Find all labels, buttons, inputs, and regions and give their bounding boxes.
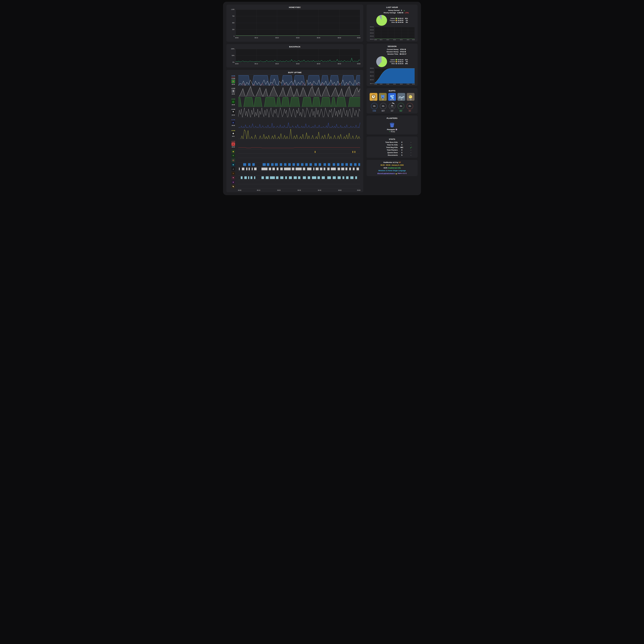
buff-x-axis: 08:0008:1008:2008:3008:4008:5009:00 xyxy=(238,189,360,191)
buff-label-lovebug: ♥ xyxy=(228,176,238,180)
buff-tile-count: x0 xyxy=(397,99,405,101)
buff-tiles: x1x0x6.00x0x0 xyxy=(368,93,416,101)
stat-label: Hourly Average xyxy=(376,12,396,14)
buff-multipliers: x5.486 xyxy=(231,109,235,110)
flower-icon: * xyxy=(231,154,235,158)
stat-label: Session Honey xyxy=(378,51,399,53)
icon-glyph: ● xyxy=(233,172,234,174)
buff-chart-haste xyxy=(238,86,360,97)
legend-percent: 0% xyxy=(404,61,408,62)
uptime-bar xyxy=(346,176,349,179)
stat-value: 681 xyxy=(398,146,406,148)
gauge-value: 3%(+25%) xyxy=(389,103,396,110)
backpack-panel: BACKPACK 100%50%0% 08:0008:1008:2008:300… xyxy=(226,44,363,67)
uptime-bar xyxy=(331,168,336,170)
melody-icon: ♪ xyxy=(231,167,235,171)
buff-row-morph: x9.260x0.137x0.596+x0-10 xyxy=(228,75,360,86)
bee-icon xyxy=(395,173,397,174)
y-tick-label: 50% xyxy=(232,55,234,56)
buff-tile-bubbles: x6.00 xyxy=(388,93,396,101)
stat-label: Quests Done xyxy=(368,152,398,154)
x-tick-label: 08:50 xyxy=(338,63,341,65)
buff-row-honeycomb: ◆ xyxy=(228,149,360,154)
uptime-bar xyxy=(355,151,355,153)
uptime-bar xyxy=(320,168,322,170)
stat-value: 5 xyxy=(398,154,406,156)
last-hour-panel: LAST HOUR Honey Earned0▲Hourly Average6.… xyxy=(367,5,418,42)
buff-label-honeycomb: ◆ xyxy=(228,149,238,154)
legend-time: 00:05:10 xyxy=(398,61,403,62)
x-tick-label: 23:00 xyxy=(380,84,382,85)
x-tick-label: 08:30 xyxy=(298,189,301,191)
buff-multiplier: x6.818 xyxy=(231,98,235,100)
last-hour-y-axis: 579.0 B579.0 B579.0 B579.0 B579.0 B xyxy=(368,27,374,39)
honey-chart-body: 1,0007505002500 xyxy=(228,9,361,36)
last-hour-stats: Honey Earned0▲Hourly Average6.653 B(-2%) xyxy=(368,9,416,14)
legend-name: Convert xyxy=(389,20,395,21)
x-tick-label: 08:30 xyxy=(393,39,396,40)
buff-chart-snowstorm xyxy=(238,162,360,167)
uptime-bar xyxy=(314,163,317,166)
session-title: SESSION xyxy=(368,45,416,47)
legend-time: 00:55:22 xyxy=(398,18,403,19)
uptime-bar xyxy=(308,176,310,179)
buff-multipliers: x0.152 xyxy=(231,130,235,131)
icon-glyph: ■ xyxy=(233,143,234,145)
buff-chart-balloon xyxy=(238,117,360,128)
stat-label: Current Honey xyxy=(378,48,399,50)
stat-value: 0 xyxy=(398,141,406,143)
y-tick-label: 579.0 B xyxy=(370,39,374,40)
charts-column: HONEY/SEC 1,0007505002500 08:0008:1008:2… xyxy=(226,5,363,192)
buff-uptime-panel: BUFF UPTIME x9.260x0.137x0.596+x0-10x3.4… xyxy=(226,70,363,192)
uptime-bar xyxy=(241,176,243,179)
stat-trend: – xyxy=(406,144,416,146)
buff-label-festive: ◎ xyxy=(228,158,238,162)
legend-swatch xyxy=(396,18,397,19)
honey-per-sec-panel: HONEY/SEC 1,0007505002500 08:0008:1008:2… xyxy=(226,5,363,42)
icon-glyph: ★ xyxy=(232,132,234,135)
uptime-bar xyxy=(269,168,271,170)
uptime-bar xyxy=(333,176,336,179)
gauge-percent: 3% xyxy=(391,105,393,106)
buffs-panel: BUFFS x1x0x6.00x0x0 0%COM0%MOT3%(+25%)SA… xyxy=(367,88,418,113)
gauge-label: SAT xyxy=(391,110,393,112)
stats-row: Total Bug Kills681▲8 xyxy=(368,146,416,148)
session-stat-row: Session Time86:33:17 xyxy=(368,53,416,55)
buff-multiplier: x1.701 xyxy=(231,119,235,121)
gauge-sat: 3%(+25%)SAT xyxy=(389,103,396,112)
x-tick-label: 09:00 xyxy=(357,189,360,191)
uptime-bar xyxy=(327,168,330,170)
stat-value: 0 xyxy=(398,152,406,154)
gauge-label: COM xyxy=(373,110,376,112)
gauge-ring: 0% xyxy=(380,103,387,110)
x-tick-label: 08:20 xyxy=(275,63,279,65)
icon-glyph: ★ xyxy=(232,164,234,166)
last-hour-stat-row: Hourly Average6.653 B(-2%) xyxy=(368,12,416,14)
gauge-value: 0% xyxy=(397,103,404,110)
gauge-percent: 0% xyxy=(382,105,384,107)
footer-text: 08:00 - 09:00 • January 8, 2026 xyxy=(380,164,404,166)
stats-row: Total Boss Kills0– xyxy=(368,141,416,143)
stat-value: 0 xyxy=(398,149,406,151)
x-tick-label: 08:20 xyxy=(387,39,389,40)
buff-label-flower: * xyxy=(228,154,238,158)
x-tick-label: 08:10 xyxy=(255,63,258,65)
icon-glyph: * xyxy=(233,111,234,114)
session-panel: SESSION Current Honey579.0 BSession Hone… xyxy=(367,44,418,86)
discord-link[interactable]: discord.gg/natromacro xyxy=(377,172,395,174)
y-tick-label: 559.7 B xyxy=(370,83,374,84)
buff-chart-blade xyxy=(238,107,360,117)
uptime-bar xyxy=(303,176,306,179)
uptime-bar xyxy=(342,176,344,179)
x-tick-label: 05:00 xyxy=(400,84,403,85)
icon-glyph: O xyxy=(232,101,234,103)
icon-glyph: ⇑ xyxy=(232,90,234,92)
x-tick-label: 09:00 xyxy=(357,37,360,39)
uptime-bar xyxy=(307,168,311,170)
session-stat-row: Session Honey575.8 B xyxy=(368,51,416,53)
y-tick-label: 579.0 B xyxy=(370,68,374,69)
uptime-bar xyxy=(315,151,315,153)
uptime-bar xyxy=(319,163,321,166)
buff-multiplier: x0.360 xyxy=(231,141,235,142)
icon-glyph: ♥ xyxy=(233,177,234,179)
